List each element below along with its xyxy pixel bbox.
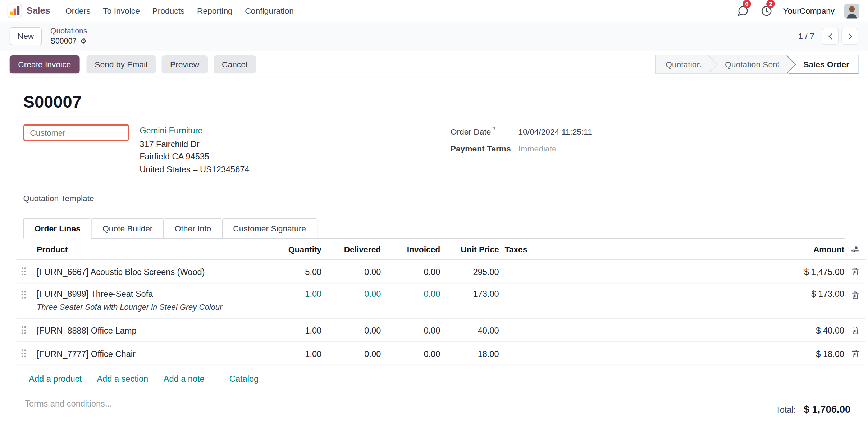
customer-input[interactable] xyxy=(23,124,129,141)
invoiced-cell[interactable]: 0.00 xyxy=(381,267,440,276)
customer-link[interactable]: Gemini Furniture xyxy=(140,124,203,137)
delete-line-button[interactable] xyxy=(849,347,861,360)
company-name[interactable]: YourCompany xyxy=(783,6,835,15)
col-delivered: Delivered xyxy=(321,245,381,254)
payment-terms-label: Payment Terms xyxy=(451,144,518,153)
catalog-link[interactable]: Catalog xyxy=(229,374,259,384)
invoiced-cell[interactable]: 0.00 xyxy=(381,349,440,358)
delivered-cell[interactable]: 0.00 xyxy=(321,289,381,299)
order-date-row: Order Date? 10/04/2024 11:25:11 xyxy=(451,126,845,136)
record-pager: 1 / 7 xyxy=(798,28,858,45)
table-footer-links: Add a product Add a section Add a note C… xyxy=(17,365,866,384)
drag-handle-icon[interactable] xyxy=(17,289,31,300)
drag-handle-icon[interactable] xyxy=(17,266,31,277)
unit-price-cell[interactable]: 173.00 xyxy=(440,289,499,299)
add-a-product-link[interactable]: Add a product xyxy=(29,374,82,384)
product-cell[interactable]: [FURN_6667] Acoustic Bloc Screens (Wood) xyxy=(31,267,259,276)
product-cell[interactable]: [FURN_7777] Office Chair xyxy=(31,349,259,358)
sales-app-icon[interactable] xyxy=(7,3,22,18)
product-description: Three Seater Sofa with Lounger in Steel … xyxy=(37,303,259,312)
payment-terms-value[interactable]: Immediate xyxy=(518,144,556,153)
tab-quote-builder[interactable]: Quote Builder xyxy=(91,218,164,239)
unit-price-cell[interactable]: 295.00 xyxy=(440,267,499,276)
order-lines-table: Product Quantity Delivered Invoiced Unit… xyxy=(17,239,866,384)
quantity-cell[interactable]: 1.00 xyxy=(259,325,321,335)
header-fields: Gemini Furniture 317 Fairchild Dr Fairfi… xyxy=(23,124,845,203)
menu-configuration[interactable]: Configuration xyxy=(239,2,300,20)
invoiced-cell[interactable]: 0.00 xyxy=(381,289,440,299)
control-panel: New Quotations S00007 ⚙ 1 / 7 xyxy=(0,22,868,51)
action-menu-gear-icon[interactable]: ⚙ xyxy=(80,37,86,45)
status-step-quotation[interactable]: Quotation xyxy=(655,55,710,74)
add-a-note-link[interactable]: Add a note xyxy=(164,374,205,384)
user-avatar[interactable] xyxy=(844,3,859,18)
address-line-3: United States – US12345674 xyxy=(140,163,249,176)
notebook-tabs: Order Lines Quote Builder Other Info Cus… xyxy=(23,218,845,239)
app-name[interactable]: Sales xyxy=(27,6,50,16)
delete-line-button[interactable] xyxy=(849,324,861,337)
chevron-right-icon xyxy=(846,32,854,41)
sales-app-icon-graphic xyxy=(7,3,22,18)
create-invoice-button[interactable]: Create Invoice xyxy=(10,55,79,73)
invoiced-cell[interactable]: 0.00 xyxy=(381,325,440,335)
optional-columns-button[interactable] xyxy=(849,244,860,255)
order-info-section: Order Date? 10/04/2024 11:25:11 Payment … xyxy=(451,124,845,203)
menu-orders[interactable]: Orders xyxy=(59,2,97,20)
col-quantity: Quantity xyxy=(259,245,321,254)
drag-handle-icon[interactable] xyxy=(17,325,31,336)
messages-button[interactable]: 6 xyxy=(736,4,750,18)
delete-line-button[interactable] xyxy=(849,265,861,278)
menu-to-invoice[interactable]: To Invoice xyxy=(97,2,146,20)
breadcrumb-quotations-link[interactable]: Quotations xyxy=(50,26,87,36)
form-sheet: S00007 Gemini Furniture 317 Fairchild Dr… xyxy=(0,77,868,432)
pager-next-button[interactable] xyxy=(841,28,858,45)
navbar-right: 6 2 YourCompany xyxy=(736,3,860,18)
unit-price-cell[interactable]: 40.00 xyxy=(440,325,499,335)
col-product: Product xyxy=(31,245,259,254)
delivered-cell[interactable]: 0.00 xyxy=(321,349,381,358)
quotation-template-field[interactable]: Quotation Template xyxy=(23,194,450,203)
delete-line-button[interactable] xyxy=(849,289,861,302)
delivered-cell[interactable]: 0.00 xyxy=(321,325,381,335)
quantity-cell[interactable]: 5.00 xyxy=(259,267,321,276)
preview-button[interactable]: Preview xyxy=(161,55,207,73)
terms-and-conditions-input[interactable]: Terms and conditions... xyxy=(23,399,112,408)
amount-cell: $ 1,475.00 xyxy=(759,267,844,276)
cancel-button[interactable]: Cancel xyxy=(213,55,256,73)
product-cell[interactable]: [FURN_8888] Office Lamp xyxy=(31,325,259,335)
sheet-footer: Terms and conditions... Total: $ 1,706.0… xyxy=(23,399,845,432)
address-line-1: 317 Fairchild Dr xyxy=(140,138,249,150)
tab-order-lines[interactable]: Order Lines xyxy=(23,218,92,239)
tab-customer-signature[interactable]: Customer Signature xyxy=(222,218,317,239)
table-header-row: Product Quantity Delivered Invoiced Unit… xyxy=(17,239,866,260)
order-line-row-3[interactable]: [FURN_8888] Office Lamp 1.00 0.00 0.00 4… xyxy=(17,319,866,342)
quantity-cell[interactable]: 1.00 xyxy=(259,349,321,358)
drag-handle-icon[interactable] xyxy=(17,348,31,359)
status-step-quotation-sent[interactable]: Quotation Sent xyxy=(710,55,788,74)
chevron-left-icon xyxy=(826,32,835,41)
activities-badge: 2 xyxy=(766,0,775,8)
order-date-value[interactable]: 10/04/2024 11:25:11 xyxy=(518,127,592,136)
product-cell[interactable]: [FURN_8999] Three-Seat Sofa Three Seater… xyxy=(31,289,259,312)
unit-price-cell[interactable]: 18.00 xyxy=(440,349,499,358)
order-line-row-1[interactable]: [FURN_6667] Acoustic Bloc Screens (Wood)… xyxy=(17,260,866,283)
breadcrumb: Quotations S00007 ⚙ xyxy=(50,26,87,46)
sliders-icon xyxy=(850,245,859,254)
delivered-cell[interactable]: 0.00 xyxy=(321,267,381,276)
status-step-sales-order[interactable]: Sales Order xyxy=(788,55,859,74)
order-line-row-2[interactable]: [FURN_8999] Three-Seat Sofa Three Seater… xyxy=(17,283,866,319)
main-menu: Orders To Invoice Products Reporting Con… xyxy=(59,2,300,20)
activities-button[interactable]: 2 xyxy=(759,4,773,18)
trash-icon xyxy=(851,267,859,276)
menu-reporting[interactable]: Reporting xyxy=(191,2,239,20)
avatar-image xyxy=(844,3,859,18)
pager-previous-button[interactable] xyxy=(822,28,839,45)
order-line-row-4[interactable]: [FURN_7777] Office Chair 1.00 0.00 0.00 … xyxy=(17,342,866,365)
menu-products[interactable]: Products xyxy=(146,2,191,20)
send-by-email-button[interactable]: Send by Email xyxy=(86,55,156,73)
tab-other-info[interactable]: Other Info xyxy=(163,218,222,239)
address-line-2: Fairfield CA 94535 xyxy=(140,150,249,163)
add-a-section-link[interactable]: Add a section xyxy=(97,374,148,384)
new-button[interactable]: New xyxy=(10,27,42,45)
quantity-cell[interactable]: 1.00 xyxy=(259,289,321,299)
